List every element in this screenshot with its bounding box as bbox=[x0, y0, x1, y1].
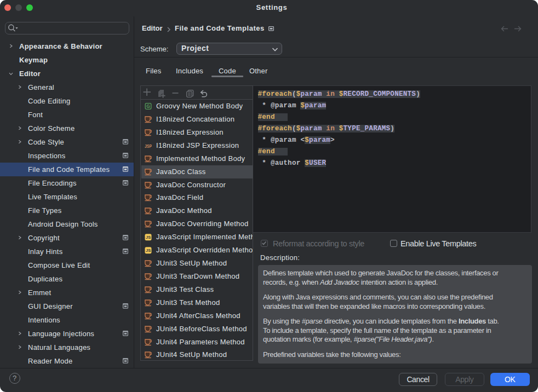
svg-text:JSP: JSP bbox=[145, 143, 152, 148]
svg-text:JS: JS bbox=[146, 249, 151, 253]
svg-text:JS: JS bbox=[146, 235, 151, 240]
svg-text:G: G bbox=[146, 103, 150, 109]
